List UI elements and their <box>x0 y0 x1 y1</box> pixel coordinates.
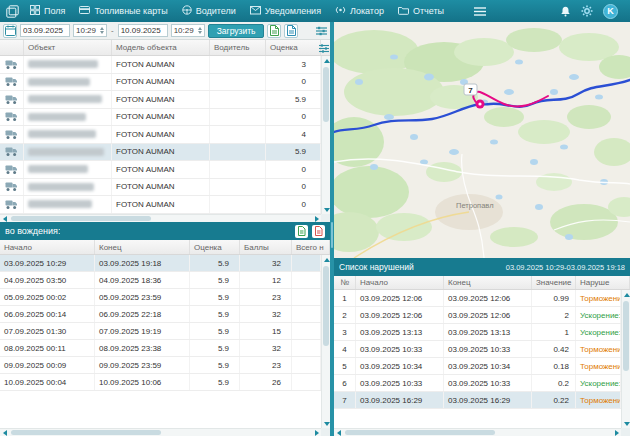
table-row[interactable]: 04.09.2025 03:5004.09.2025 18:365.912 <box>0 272 321 289</box>
scroll-thumb[interactable] <box>11 430 161 435</box>
scroll-up-arrow[interactable] <box>622 290 630 299</box>
table-row[interactable]: 10.09.2025 00:0410.09.2025 10:065.926 <box>0 374 321 391</box>
cell-total <box>292 272 321 288</box>
table-row[interactable]: FOTON AUMAN0 <box>0 109 321 127</box>
column-value[interactable]: Значение <box>532 276 576 289</box>
table-row[interactable]: 303.09.2025 13:1303.09.2025 13:131Ускоре… <box>334 324 621 341</box>
table-row[interactable]: FOTON AUMAN4 <box>0 126 321 144</box>
cell-end: 03.09.2025 13:13 <box>444 324 532 340</box>
table-row[interactable]: 103.09.2025 12:0603.09.2025 12:060.99Тор… <box>334 290 621 307</box>
column-total[interactable]: Всего н <box>292 240 330 254</box>
table-row[interactable]: 603.09.2025 10:3303.09.2025 10:330.2Уско… <box>334 375 621 392</box>
table-row[interactable]: 08.09.2025 00:1108.09.2025 23:385.932 <box>0 340 321 357</box>
column-end[interactable]: Конец <box>95 240 190 254</box>
cell-model: FOTON AUMAN <box>112 196 210 213</box>
table-row[interactable]: 203.09.2025 12:0603.09.2025 12:062Ускоре… <box>334 307 621 324</box>
table-row[interactable]: FOTON AUMAN0 <box>0 161 321 179</box>
map[interactable]: 7 Петропавл <box>334 22 630 258</box>
column-settings-icon[interactable] <box>318 42 330 54</box>
table-row[interactable]: FOTON AUMAN0 <box>0 179 321 197</box>
table-row[interactable]: 503.09.2025 10:3403.09.2025 10:340.18Тор… <box>334 358 621 375</box>
scroll-left-arrow[interactable] <box>334 429 343 436</box>
report-toolbar: 10:29 - 10:29 Загрузить <box>0 22 330 40</box>
horizontal-scrollbar[interactable] <box>0 214 321 222</box>
scroll-right-arrow[interactable] <box>312 429 321 436</box>
table-row[interactable]: FOTON AUMAN0 <box>0 196 321 214</box>
cell-end: 10.09.2025 10:06 <box>95 374 190 390</box>
table-row[interactable]: 09.09.2025 00:0909.09.2025 23:595.923 <box>0 357 321 374</box>
scroll-thumb[interactable] <box>623 301 629 371</box>
export-pdf-button[interactable] <box>312 225 325 238</box>
date-from-input[interactable] <box>20 24 70 37</box>
column-object[interactable]: Объект <box>24 40 112 55</box>
table-row[interactable]: 07.09.2025 01:3007.09.2025 19:195.915 <box>0 323 321 340</box>
cell-driver <box>210 144 266 161</box>
column-model[interactable]: Модель объекта <box>112 40 210 55</box>
column-number[interactable]: № <box>334 276 356 289</box>
cell-value: 0.2 <box>532 375 576 391</box>
gear-icon[interactable] <box>581 5 593 17</box>
table-row[interactable]: 703.09.2025 16:2903.09.2025 16:290.22Тор… <box>334 392 621 409</box>
nav-item-locator[interactable]: Локатор <box>328 0 391 22</box>
vertical-scrollbar[interactable] <box>321 255 330 428</box>
cell-score: 5.9 <box>190 340 240 356</box>
export-pdf-button[interactable] <box>284 24 298 38</box>
time-to-select[interactable]: 10:29 <box>171 24 205 37</box>
menu-burger-icon[interactable] <box>465 0 495 22</box>
cell-score: 0 <box>266 196 321 213</box>
vehicle-icon <box>0 91 24 108</box>
cell-num: 5 <box>334 358 356 374</box>
scroll-thumb[interactable] <box>323 67 329 122</box>
nav-item-notifications[interactable]: Уведомления <box>243 0 328 22</box>
violations-period: 03.09.2025 10:29-03.09.2025 19:18 <box>506 263 625 272</box>
nav-item-fuel-cards[interactable]: Топливные карты <box>72 0 174 22</box>
table-row[interactable]: FOTON AUMAN5.9 <box>0 91 321 109</box>
table-row[interactable]: FOTON AUMAN3 <box>0 56 321 74</box>
time-from-select[interactable]: 10:29 <box>73 24 107 37</box>
column-start[interactable]: Начало <box>356 276 444 289</box>
user-avatar[interactable]: K <box>603 4 618 19</box>
object-name-redacted <box>24 196 112 213</box>
toolbar-settings-icon[interactable] <box>316 26 327 36</box>
scroll-thumb[interactable] <box>11 216 151 221</box>
table-row[interactable]: FOTON AUMAN5.9 <box>0 144 321 162</box>
table-row[interactable]: 05.09.2025 00:0205.09.2025 23:595.923 <box>0 289 321 306</box>
vehicle-icon <box>0 196 24 213</box>
vertical-scrollbar[interactable] <box>321 56 330 214</box>
table-row[interactable]: 03.09.2025 10:2903.09.2025 19:185.932 <box>0 255 321 272</box>
nav-item-reports[interactable]: Отчеты <box>391 0 451 22</box>
table-row[interactable]: 403.09.2025 10:3303.09.2025 10:330.42Тор… <box>334 341 621 358</box>
scroll-thumb[interactable] <box>323 266 329 346</box>
scroll-right-arrow[interactable] <box>612 429 621 436</box>
horizontal-scrollbar[interactable] <box>0 428 321 436</box>
time-spinner-icon[interactable] <box>198 27 202 34</box>
column-driver[interactable]: Водитель <box>210 40 266 55</box>
object-name-redacted <box>24 126 112 143</box>
vertical-scrollbar[interactable] <box>621 290 630 428</box>
scroll-left-arrow[interactable] <box>0 429 9 436</box>
nav-item-drivers[interactable]: Водители <box>175 0 243 22</box>
horizontal-scrollbar[interactable] <box>334 428 621 436</box>
scroll-thumb[interactable] <box>345 430 495 435</box>
cell-points: 15 <box>240 323 292 339</box>
app-logo-icon[interactable] <box>6 5 19 18</box>
column-points[interactable]: Баллы <box>240 240 292 254</box>
vehicle-icon <box>0 161 24 178</box>
column-score[interactable]: Оценка <box>190 240 240 254</box>
column-violation[interactable]: Наруше <box>576 276 630 289</box>
date-to-input[interactable] <box>118 24 168 37</box>
calendar-button[interactable] <box>3 24 17 38</box>
table-row[interactable]: 06.09.2025 00:1406.09.2025 22:185.932 <box>0 306 321 323</box>
column-end[interactable]: Конец <box>444 276 532 289</box>
time-spinner-icon[interactable] <box>100 27 104 34</box>
export-xls-button[interactable] <box>295 225 308 238</box>
column-start[interactable]: Начало <box>0 240 95 254</box>
column-score[interactable]: Оценка <box>266 40 321 55</box>
table-row[interactable]: FOTON AUMAN0 <box>0 74 321 92</box>
export-xls-button[interactable] <box>267 24 281 38</box>
nav-item-fields[interactable]: Поля <box>23 0 72 22</box>
bell-icon[interactable] <box>560 6 571 17</box>
vehicle-icon <box>0 109 24 126</box>
load-button[interactable]: Загрузить <box>208 24 265 38</box>
scroll-down-arrow[interactable] <box>622 419 630 428</box>
